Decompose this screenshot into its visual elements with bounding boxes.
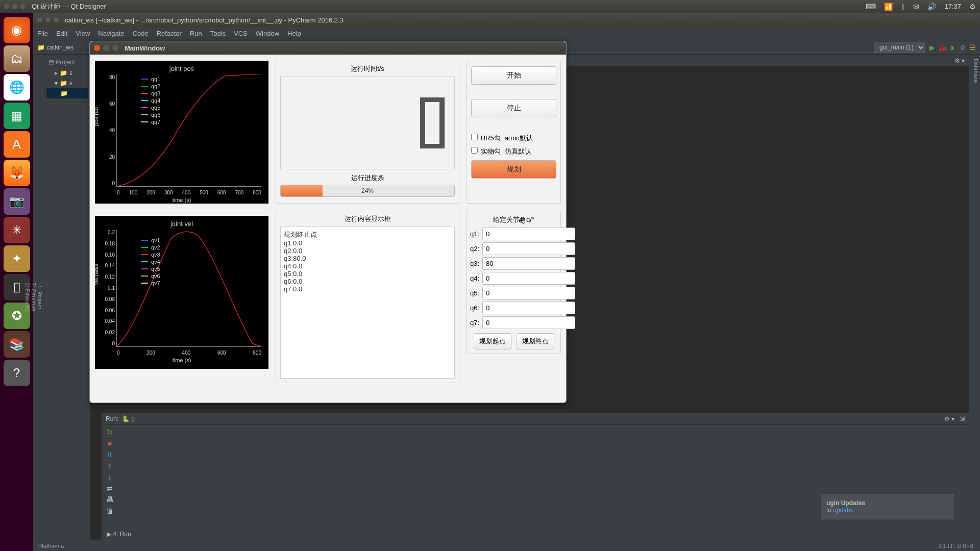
qt-window-title: MainWindow (125, 44, 165, 52)
menu-refactor[interactable]: Refactor (157, 30, 182, 37)
clock[interactable]: 17:37 (944, 3, 961, 10)
notif-title: ugin Updates (826, 499, 865, 507)
system-menubar: Qt 设计师 — Qt Designer ⌨ 📶 ᛒ ✉ 🔊 17:37 ⚙ (0, 0, 980, 13)
max-dot[interactable] (20, 4, 26, 9)
pc-close-dot[interactable] (37, 17, 42, 22)
menu-navigate[interactable]: Navigate (98, 30, 124, 37)
menu-help[interactable]: Help (287, 30, 301, 37)
q7-label: q7: (470, 319, 479, 327)
mail-icon[interactable]: ✉ (913, 3, 919, 11)
q7-input[interactable] (482, 316, 575, 329)
run-bottom-tab[interactable]: ▶ 4: Run (107, 531, 131, 538)
q3-input[interactable] (482, 257, 575, 270)
menu-tools[interactable]: Tools (210, 30, 226, 37)
keyboard-icon[interactable]: ⌨ (866, 3, 876, 11)
notif-update-link[interactable]: update (833, 507, 852, 514)
run-settings-icon[interactable]: ⚙ ▾ ⇲ (944, 415, 965, 422)
up-icon[interactable]: ↑ (108, 462, 112, 470)
pycharm-statusbar: Platform a 2:1 LF; UTF-8; (33, 540, 980, 551)
run-config-select[interactable]: gui_main (1) (874, 42, 925, 53)
q4-input[interactable] (482, 272, 575, 285)
volume-icon[interactable]: 🔊 (927, 3, 936, 11)
gutter-favorites[interactable]: 2: Favorites (24, 59, 31, 536)
more-icon[interactable]: ☰ (969, 43, 976, 52)
trash-icon[interactable]: 🗑 (106, 507, 113, 515)
wrap-icon[interactable]: ⇄ (107, 484, 113, 492)
window-controls[interactable] (4, 4, 26, 9)
cb-real[interactable]: 实物勾 (471, 147, 501, 156)
qt-min-icon[interactable] (103, 45, 109, 51)
menu-file[interactable]: File (37, 30, 48, 37)
cb-ur5[interactable]: UR5勾 (471, 134, 501, 143)
qt-close-icon[interactable] (94, 45, 100, 51)
gutter-project[interactable]: 1: Project (37, 59, 43, 536)
project-item[interactable]: ▸ 📁 s (46, 68, 88, 78)
plan-start-button[interactable]: 规划起点 (474, 333, 511, 349)
status-right: 2:1 LF; UTF-8; (938, 543, 975, 549)
menu-vcs[interactable]: VCS (234, 30, 248, 37)
print-icon[interactable]: 🖶 (106, 495, 113, 504)
plugin-update-notification[interactable]: ugin Updates to update. (821, 494, 953, 519)
gear-icon[interactable]: ⚙ (969, 3, 976, 11)
pycharm-menu[interactable]: File Edit View Navigate Code Refactor Ru… (33, 27, 980, 40)
run-icon[interactable]: ▶ (929, 43, 935, 52)
breadcrumb[interactable]: 📁 catkin_ws (37, 44, 74, 51)
plan-button[interactable]: 规划 (471, 160, 556, 179)
pycharm-titlebar: catkin_ws [~/catkin_ws] - .../src/robot_… (33, 13, 980, 27)
start-button[interactable]: 开始 (471, 66, 556, 85)
menu-run[interactable]: Run (190, 30, 202, 37)
project-header: ▤ Project (46, 57, 88, 68)
project-item[interactable]: ▾ 📁 s (46, 78, 88, 88)
chart-yticks: 806040200 (102, 74, 115, 186)
status-left: Platform a (38, 543, 64, 549)
debug-icon[interactable]: 🐞 (938, 43, 947, 52)
chart-joint-pos: joint pos pos:rad 806040200 010020030040… (95, 61, 268, 204)
q2-input[interactable] (482, 242, 575, 255)
plan-end-button[interactable]: 规划终点 (517, 333, 554, 349)
joint-fields-group: 给定关节角q/° q1: q2: q3: q4: q5: q6: q7: 规划起… (467, 211, 561, 354)
q2-label: q2: (470, 245, 479, 253)
close-dot[interactable] (4, 4, 9, 9)
q6-input[interactable] (482, 302, 575, 314)
down-icon[interactable]: ↓ (108, 473, 112, 481)
bluetooth-icon[interactable]: ᛒ (901, 3, 905, 11)
runtime-label: 运行时间t/s (280, 64, 455, 73)
log-group: 运行内容显示框 规划终止点 q1:0.0 q2:0.0 q3:80.0 q4:0… (276, 211, 459, 383)
pc-min-dot[interactable] (45, 17, 51, 22)
run-panel[interactable]: Run: 🐍 g ⚙ ▾ ⇲ ↻ ■ ⏸ ↑ ↓ ⇄ 🖶 🗑 (102, 412, 969, 540)
log-textbox[interactable]: 规划终止点 q1:0.0 q2:0.0 q3:80.0 q4:0.0 q5:0.… (280, 227, 455, 379)
rerun-icon[interactable]: ↻ (107, 428, 113, 436)
stop-run-icon[interactable]: ■ (108, 439, 112, 447)
left-tool-gutter[interactable]: 1: Project 7: Structure 2: Favorites (33, 55, 44, 540)
q6-label: q6: (470, 304, 479, 312)
pycharm-window-controls[interactable] (37, 17, 59, 22)
project-item-selected[interactable]: 📁 (46, 88, 88, 98)
wifi-icon[interactable]: 📶 (884, 3, 893, 11)
project-panel[interactable]: ▤ Project ▸ 📁 s ▾ 📁 s 📁 (44, 55, 90, 540)
menu-window[interactable]: Window (256, 30, 279, 37)
qt-titlebar[interactable]: MainWindow (90, 41, 566, 55)
pause-icon[interactable]: ⏸ (106, 450, 113, 459)
launcher-dash[interactable]: ◉ (4, 17, 30, 43)
menu-code[interactable]: Code (133, 30, 149, 37)
tab-settings-icon[interactable]: ⚙ ▾ (954, 57, 965, 64)
pc-max-dot[interactable] (54, 17, 59, 22)
q5-label: q5: (470, 289, 479, 297)
stop-icon[interactable]: ⊘ (960, 43, 966, 52)
right-tool-gutter[interactable]: Database (969, 55, 980, 540)
q1-input[interactable] (482, 228, 575, 240)
coverage-icon[interactable]: ⏵ (950, 43, 957, 52)
log-label: 运行内容显示框 (280, 214, 455, 223)
menu-edit[interactable]: Edit (56, 30, 67, 37)
chart-xlabel: time (s) (99, 357, 264, 363)
gutter-structure[interactable]: 7: Structure (31, 59, 37, 536)
stop-button[interactable]: 停止 (471, 99, 556, 117)
qt-max-icon[interactable] (112, 45, 118, 51)
fields-title: 给定关节角q/° (470, 215, 557, 224)
progress-bar: 24% (280, 185, 455, 197)
lcd-digit-icon (420, 97, 445, 148)
min-dot[interactable] (12, 4, 17, 9)
chart-title: joint pos (99, 65, 264, 72)
q5-input[interactable] (482, 287, 575, 299)
menu-view[interactable]: View (76, 30, 90, 37)
